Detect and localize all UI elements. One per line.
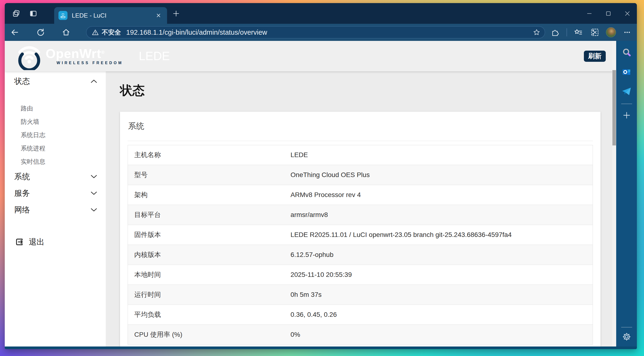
- row-value: armsr/armv8: [291, 211, 593, 219]
- openwrt-logo[interactable]: OpenWrt® WIRELESS FREEDOM: [14, 42, 123, 70]
- address-bar[interactable]: 不安全 192.168.1.1/cgi-bin/luci/admin/statu…: [86, 26, 545, 38]
- openwrt-logo-mark-icon: [14, 42, 45, 70]
- nav-group-system[interactable]: 系统: [5, 168, 106, 185]
- nav-item-routes[interactable]: 路由: [5, 102, 106, 115]
- row-value: 0.36, 0.45, 0.26: [291, 311, 593, 318]
- row-value: 6.12.57-ophub: [291, 251, 593, 258]
- minimize-button[interactable]: [580, 3, 599, 24]
- luci-webpage: OpenWrt® WIRELESS FREEDOM LEDE 刷新 状态: [5, 41, 616, 346]
- system-section-title: 系统: [128, 121, 593, 132]
- maximize-button[interactable]: [599, 3, 618, 24]
- table-row-localtime: 本地时间 2025-11-10 20:55:39: [128, 264, 593, 284]
- sidebar-search-icon[interactable]: [621, 47, 632, 58]
- nav-group-label: 服务: [14, 188, 90, 199]
- extensions-puzzle-icon[interactable]: [550, 27, 561, 38]
- page-title: 状态: [120, 82, 600, 99]
- tab-close-icon[interactable]: [154, 11, 163, 20]
- desktop-background: LEDE - LuCI: [0, 0, 644, 356]
- browser-content-area: OpenWrt® WIRELESS FREEDOM LEDE 刷新 状态: [5, 41, 637, 346]
- chevron-down-icon: [90, 208, 97, 212]
- table-row-hostname: 主机名称 LEDE: [128, 145, 593, 165]
- system-card: 系统 主机名称 LEDE 型号 OneThing Cloud OES Plus: [120, 112, 600, 346]
- nav-group-services[interactable]: 服务: [5, 185, 106, 202]
- browser-menu-dots-icon[interactable]: [622, 27, 632, 38]
- screenshot-snip-icon[interactable]: [589, 27, 600, 38]
- row-label: 平均负载: [128, 310, 291, 319]
- nav-item-realtime[interactable]: 实时信息: [5, 155, 106, 168]
- window-bottom-edge: [5, 346, 637, 349]
- toolbar-divider: [566, 28, 567, 36]
- collections-favorites-icon[interactable]: [573, 27, 584, 38]
- new-tab-button[interactable]: [171, 8, 181, 19]
- browser-tab[interactable]: LEDE - LuCI: [54, 7, 167, 24]
- brand-name: OpenWrt: [46, 46, 101, 60]
- row-value: 0%: [291, 331, 593, 338]
- nav-item-processes[interactable]: 系统进程: [5, 142, 106, 155]
- row-value: OneThing Cloud OES Plus: [291, 171, 593, 179]
- scrollbar-thumb[interactable]: [612, 70, 616, 146]
- row-label: 型号: [128, 170, 291, 180]
- edge-sidebar: [616, 41, 637, 346]
- table-row-kernel: 内核版本 6.12.57-ophub: [128, 244, 593, 264]
- home-icon[interactable]: [60, 26, 72, 38]
- row-value: 0h 5m 37s: [291, 291, 593, 298]
- logout-icon: [15, 238, 24, 246]
- row-value: 2025-11-10 20:55:39: [291, 271, 593, 278]
- table-row-uptime: 运行时间 0h 5m 37s: [128, 284, 593, 304]
- section-divider: [128, 141, 593, 141]
- sidebar-divider: [621, 104, 632, 104]
- tab-actions-icon[interactable]: [12, 9, 20, 18]
- security-warning-icon: [92, 29, 99, 36]
- toolbar-right-icons: [550, 27, 632, 38]
- nav-group-label: 状态: [14, 76, 90, 87]
- row-label: 架构: [128, 190, 291, 200]
- table-row-cpu: CPU 使用率 (%) 0%: [128, 324, 593, 344]
- row-value: ARMv8 Processor rev 4: [291, 191, 593, 199]
- table-row-load: 平均负载 0.36, 0.45, 0.26: [128, 304, 593, 324]
- profile-avatar[interactable]: [606, 27, 616, 37]
- row-value: LEDE R2025.11.01 / LuCI openwrt-23.05 br…: [291, 231, 593, 238]
- nav-item-syslog[interactable]: 系统日志: [5, 128, 106, 142]
- logout-label: 退出: [29, 237, 44, 248]
- url-text[interactable]: 192.168.1.1/cgi-bin/luci/admin/status/ov…: [126, 28, 267, 36]
- registered-mark: ®: [101, 50, 105, 55]
- window-controls: [580, 3, 637, 24]
- table-row-architecture: 架构 ARMv8 Processor rev 4: [128, 185, 593, 204]
- nav-group-network[interactable]: 网络: [5, 202, 106, 218]
- security-label[interactable]: 不安全: [102, 28, 121, 36]
- luci-body: 状态 路由 防火墙 系统日志 系统进程 实时信息 系统: [5, 71, 616, 346]
- vertical-tabs-icon[interactable]: [29, 9, 38, 18]
- sidebar-settings-gear-icon[interactable]: [621, 331, 632, 342]
- close-window-button[interactable]: [618, 3, 637, 24]
- refresh-icon[interactable]: [35, 26, 46, 38]
- tab-title: LEDE - LuCI: [72, 12, 154, 19]
- nav-group-label: 系统: [14, 171, 90, 182]
- openwrt-logo-text: OpenWrt® WIRELESS FREEDOM: [46, 47, 123, 65]
- row-label: CPU 使用率 (%): [128, 330, 291, 339]
- sidebar-telegram-icon[interactable]: [621, 86, 632, 97]
- nav-item-firewall[interactable]: 防火墙: [5, 115, 106, 128]
- row-label: 运行时间: [128, 290, 291, 299]
- row-label: 主机名称: [128, 150, 291, 160]
- bookmark-star-icon[interactable]: [533, 28, 540, 36]
- luci-content: 状态 系统 主机名称 LEDE 型号 O: [106, 71, 616, 346]
- brand-tagline: WIRELESS FREEDOM: [56, 61, 123, 65]
- sidebar-divider: [621, 327, 632, 328]
- row-label: 目标平台: [128, 210, 291, 219]
- browser-toolbar: 不安全 192.168.1.1/cgi-bin/luci/admin/statu…: [5, 24, 637, 41]
- browser-window: LEDE - LuCI: [5, 3, 637, 349]
- logout-button[interactable]: 退出: [5, 235, 106, 248]
- refresh-page-button[interactable]: 刷新: [584, 50, 606, 62]
- browser-titlebar: LEDE - LuCI: [5, 3, 637, 24]
- back-icon[interactable]: [9, 26, 20, 38]
- page-scrollbar[interactable]: [612, 41, 616, 346]
- chevron-down-icon: [90, 174, 97, 179]
- system-table: 主机名称 LEDE 型号 OneThing Cloud OES Plus 架构 …: [128, 145, 593, 344]
- sidebar-add-icon[interactable]: [621, 110, 632, 121]
- row-label: 固件版本: [128, 230, 291, 239]
- nav-group-status[interactable]: 状态: [5, 75, 106, 88]
- row-label: 本地时间: [128, 270, 291, 279]
- row-value: LEDE: [291, 151, 593, 159]
- sidebar-outlook-icon[interactable]: [621, 66, 632, 78]
- table-row-model: 型号 OneThing Cloud OES Plus: [128, 165, 593, 185]
